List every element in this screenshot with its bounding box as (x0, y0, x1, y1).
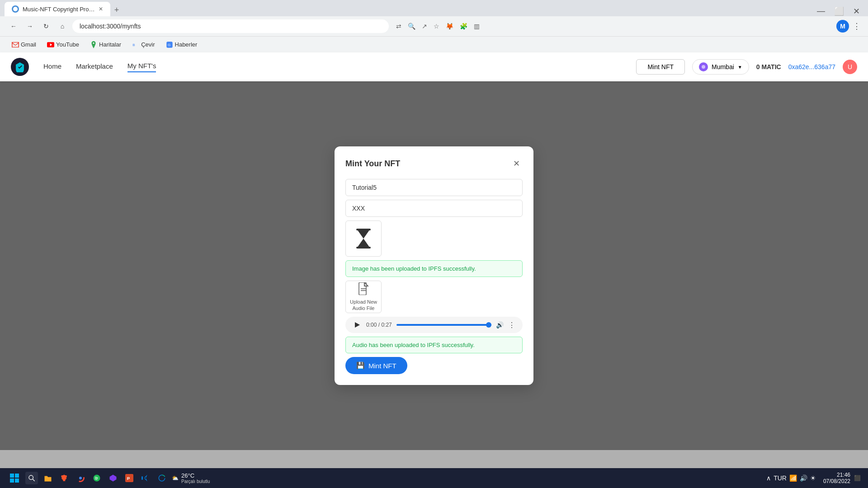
audio-time: 0:00 / 0:27 (366, 322, 392, 328)
menu-button[interactable]: ⋮ (853, 21, 861, 31)
svg-rect-17 (10, 474, 14, 478)
taskbar: P ⛅ 26°C Parçalı bulutlu ∧ TUR 📶 🔊 ☀ 21:… (0, 468, 868, 488)
svg-point-21 (29, 475, 33, 479)
volume-icon[interactable]: 🔊 (496, 321, 504, 328)
audio-upload-label: Upload New Audio File (350, 299, 377, 312)
profile-button[interactable]: M (836, 20, 849, 33)
taskbar-chrome-button[interactable] (74, 472, 87, 484)
taskbar-clock[interactable]: 21:46 07/08/2022 (823, 472, 850, 484)
sidebar-icon[interactable]: ▥ (472, 21, 481, 32)
active-tab[interactable]: Music-NFT Copyright Protocol ✕ (5, 2, 110, 16)
bookmark-cevir[interactable]: B Çevir (127, 39, 159, 50)
taskbar-lang: TUR (774, 474, 787, 482)
svg-marker-7 (357, 230, 370, 239)
mint-button-label: Mint NFT (368, 362, 396, 370)
nav-marketplace[interactable]: Marketplace (76, 62, 113, 72)
svg-marker-26 (110, 475, 117, 482)
bookmark-gmail[interactable]: Gmail (7, 39, 41, 50)
svg-text:G: G (168, 42, 170, 47)
nft-name-input[interactable] (345, 179, 523, 196)
gmail-label: Gmail (21, 41, 36, 48)
user-avatar[interactable]: U (843, 60, 857, 74)
image-upload-area[interactable] (345, 221, 382, 257)
nav-home[interactable]: Home (43, 62, 61, 72)
taskbar-sys-icons: ∧ TUR 📶 🔊 ☀ (766, 474, 816, 482)
clock-time: 21:46 (837, 472, 850, 478)
taskbar-files-button[interactable] (42, 472, 54, 484)
weather-info: 26°C Parçalı bulutlu (181, 472, 210, 484)
header-right: Mint NFT Mumbai ▼ 0 MATIC 0xa62e...636a7… (636, 59, 857, 75)
modal-header: Mint Your NFT ✕ (345, 157, 523, 170)
weather-section: ⛅ 26°C Parçalı bulutlu (172, 472, 210, 484)
modal-title: Mint Your NFT (345, 159, 400, 169)
address-icons: ⇄ 🔍 ↗ ☆ 🦊 🧩 ▥ (394, 21, 481, 32)
svg-rect-19 (10, 479, 14, 483)
svg-rect-18 (15, 474, 19, 478)
taskbar-edge-button[interactable] (156, 472, 168, 484)
svg-point-25 (94, 475, 100, 482)
bookmark-youtube[interactable]: YouTube (42, 39, 84, 50)
mint-nft-header-button[interactable]: Mint NFT (636, 59, 685, 75)
tab-close-button[interactable]: ✕ (99, 6, 103, 12)
home-nav-button[interactable]: ⌂ (56, 20, 69, 33)
gmail-icon (12, 41, 19, 48)
cevir-icon: B (132, 41, 139, 48)
modal-close-button[interactable]: ✕ (510, 157, 523, 170)
reload-button[interactable]: ↻ (40, 20, 52, 33)
start-button[interactable] (7, 471, 22, 485)
nft-description-input[interactable] (345, 200, 523, 217)
maximize-button[interactable]: ⬜ (830, 6, 848, 16)
cevir-label: Çevir (141, 41, 155, 48)
bookmarks-bar: Gmail YouTube Haritalar B Çevir G Haberl… (0, 36, 868, 52)
close-button[interactable]: ✕ (849, 6, 863, 16)
notification-icon[interactable]: ⬛ (854, 475, 861, 481)
network-badge[interactable]: Mumbai ▼ (692, 59, 749, 75)
mint-nft-submit-button[interactable]: 💾 Mint NFT (345, 357, 407, 374)
audio-player: 0:00 / 0:27 🔊 ⋮ (345, 317, 523, 333)
translate-icon[interactable]: ⇄ (394, 21, 403, 32)
audio-progress-bar[interactable] (396, 324, 491, 326)
bookmark-haberler[interactable]: G Haberler (161, 39, 202, 50)
network-dot (699, 62, 708, 71)
haberler-icon: G (166, 41, 173, 48)
youtube-icon (47, 41, 54, 48)
address-input[interactable] (72, 19, 389, 33)
tab-bar: Music-NFT Copyright Protocol ✕ + — ⬜ ✕ (0, 0, 868, 16)
search-icon[interactable]: 🔍 (406, 21, 417, 32)
taskbar-search-button[interactable] (25, 472, 38, 484)
minimize-button[interactable]: — (813, 6, 829, 16)
extensions-icon[interactable]: 🧩 (458, 21, 469, 32)
taskbar-vscode-button[interactable] (139, 472, 152, 484)
play-button[interactable] (353, 320, 362, 329)
taskbar-powerpoint-button[interactable]: P (123, 472, 136, 484)
back-button[interactable]: ← (7, 20, 20, 33)
nav-mynfts[interactable]: My NFT's (127, 62, 156, 72)
audio-upload-area[interactable]: Upload New Audio File (345, 281, 382, 313)
matic-badge: 0 MATIC (756, 63, 781, 70)
taskbar-obsidian-button[interactable] (107, 472, 119, 484)
taskbar-spotify-button[interactable] (90, 472, 103, 484)
svg-rect-10 (356, 229, 371, 230)
window-controls: — ⬜ ✕ (813, 6, 863, 16)
svg-text:P: P (127, 476, 130, 481)
app-header: Home Marketplace My NFT's Mint NFT Mumba… (0, 52, 868, 81)
audio-file-icon (358, 282, 369, 297)
bookmark-icon[interactable]: ☆ (432, 21, 441, 32)
bookmark-haritalar[interactable]: Haritalar (85, 39, 126, 50)
audio-success-message: Audio has been uploaded to IPFS successf… (345, 337, 523, 353)
more-options-icon[interactable]: ⋮ (508, 321, 515, 329)
volume-taskbar-icon[interactable]: 🔊 (800, 474, 807, 482)
forward-button[interactable]: → (24, 20, 36, 33)
browser-actions: M ⋮ (836, 20, 861, 33)
new-tab-button[interactable]: + (110, 4, 123, 16)
hourglass-icon (355, 228, 372, 249)
wallet-address[interactable]: 0xa62e...636a77 (788, 63, 835, 70)
app-nav: Home Marketplace My NFT's (43, 62, 156, 72)
taskbar-brave-button[interactable] (58, 472, 71, 484)
haberler-label: Haberler (175, 41, 198, 48)
app-logo (11, 58, 29, 76)
brightness-icon: ☀ (810, 474, 816, 482)
share-icon[interactable]: ↗ (420, 21, 429, 32)
fox-icon[interactable]: 🦊 (444, 21, 455, 32)
taskbar-chevron-up[interactable]: ∧ (766, 474, 771, 482)
